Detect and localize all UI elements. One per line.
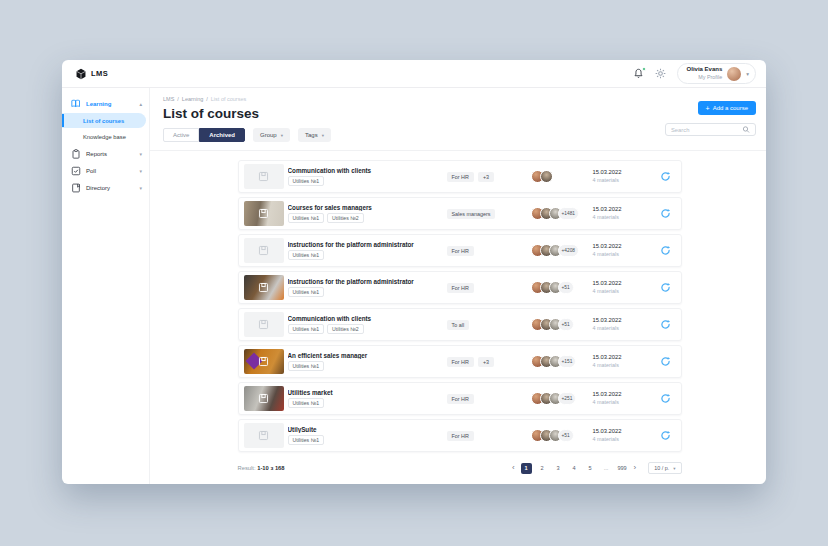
chevron-down-icon: ▾: [139, 151, 142, 157]
file-icon: [258, 171, 269, 182]
avatar-group: +51: [531, 429, 589, 442]
course-thumbnail: [244, 312, 284, 337]
refresh-icon: [660, 393, 671, 404]
course-date: 15.03.2022: [593, 428, 655, 436]
clipboard-icon: [71, 149, 81, 159]
sidebar-item-poll[interactable]: Poll ▾: [62, 162, 149, 179]
checkbox-icon: [71, 166, 81, 176]
course-row[interactable]: UtilySuite Utilities №1 For HR +51 15.03…: [238, 419, 682, 452]
chevron-down-icon: ▾: [139, 168, 142, 174]
settings-button[interactable]: [655, 68, 666, 79]
course-tag: Utilities №1: [288, 435, 325, 445]
course-date: 15.03.2022: [593, 280, 655, 288]
page-button-4[interactable]: 4: [569, 463, 580, 474]
page-button-2[interactable]: 2: [537, 463, 548, 474]
avatar-overflow-badge: +4208: [558, 244, 579, 257]
page-ellipsis: ...: [601, 463, 612, 474]
refresh-icon: [660, 171, 671, 182]
course-thumbnail: [244, 164, 284, 189]
audience-chip: For HR: [447, 172, 474, 182]
chevron-down-icon: ▾: [673, 466, 675, 471]
refresh-button[interactable]: [659, 319, 673, 330]
course-row[interactable]: Communication with clients Utilities №1 …: [238, 308, 682, 341]
course-row[interactable]: Utilities market Utilities №1 For HR +25…: [238, 382, 682, 415]
avatar: [727, 67, 741, 81]
tab-active[interactable]: Active: [163, 128, 199, 142]
course-row[interactable]: Courses for sales managers Utilities №1 …: [238, 197, 682, 230]
sidebar-item-learning[interactable]: Learning ▴: [62, 95, 149, 112]
search-input[interactable]: [671, 127, 742, 133]
notifications-button[interactable]: [633, 68, 644, 79]
course-title: An efficient sales manager: [288, 352, 443, 359]
page-button-999[interactable]: 999: [617, 463, 628, 474]
course-materials: 4 materials: [593, 177, 655, 184]
course-row[interactable]: Instructions for the platform administra…: [238, 271, 682, 304]
sidebar-item-list-of-courses[interactable]: List of courses: [62, 113, 146, 128]
refresh-icon: [660, 356, 671, 367]
add-course-button[interactable]: + Add a course: [698, 101, 756, 115]
avatar-overflow-badge: +51: [558, 318, 574, 331]
course-tag: Utilities №2: [327, 213, 364, 223]
avatar-group: +151: [531, 355, 589, 368]
course-date: 15.03.2022: [593, 354, 655, 362]
page-button-3[interactable]: 3: [553, 463, 564, 474]
course-title: Instructions for the platform administra…: [288, 241, 443, 248]
result-count: Result: 1-10 з 168: [238, 465, 285, 471]
result-value: 1-10 з 168: [257, 465, 284, 471]
tab-archived[interactable]: Archived: [199, 128, 245, 142]
breadcrumb-separator: /: [177, 96, 179, 102]
search-box: [665, 123, 756, 136]
chevron-up-icon: ▴: [139, 101, 142, 107]
refresh-button[interactable]: [659, 208, 673, 219]
group-filter-dropdown[interactable]: Group ▾: [253, 128, 290, 142]
course-row[interactable]: Instructions for the platform administra…: [238, 234, 682, 267]
avatar-overflow-badge: +1481: [558, 207, 579, 220]
avatar-group: +4208: [531, 244, 589, 257]
course-list: Communication with clients Utilities №1 …: [238, 160, 682, 452]
breadcrumb-learning[interactable]: Learning: [182, 96, 203, 102]
audience-chip: For HR: [447, 431, 474, 441]
course-thumbnail: [244, 423, 284, 448]
avatar-group: +1481: [531, 207, 589, 220]
avatar-group: [531, 170, 589, 183]
refresh-button[interactable]: [659, 393, 673, 404]
breadcrumb-lms[interactable]: LMS: [163, 96, 174, 102]
refresh-button[interactable]: [659, 356, 673, 367]
course-materials: 4 materials: [593, 362, 655, 369]
header-divider: [150, 150, 766, 151]
avatar-overflow-badge: +251: [558, 392, 577, 405]
tags-filter-label: Tags: [305, 132, 318, 138]
avatar: [540, 170, 553, 183]
audience-chip: For HR: [447, 394, 474, 404]
course-row[interactable]: Communication with clients Utilities №1 …: [238, 160, 682, 193]
sidebar-item-directory[interactable]: Directory ▾: [62, 179, 149, 196]
course-tag: Utilities №1: [288, 361, 325, 371]
next-page-button[interactable]: ›: [633, 464, 638, 472]
sidebar-item-label: Reports: [86, 151, 107, 157]
page-button-1[interactable]: 1: [521, 463, 532, 474]
refresh-icon: [660, 430, 671, 441]
app-window: LMS Olivia Evans My Profile ▾: [62, 60, 766, 484]
course-row[interactable]: An efficient sales manager Utilities №1 …: [238, 345, 682, 378]
course-thumbnail: [244, 201, 284, 226]
refresh-button[interactable]: [659, 245, 673, 256]
page-button-5[interactable]: 5: [585, 463, 596, 474]
sidebar-item-knowledge-base[interactable]: Knowledge base: [62, 129, 146, 144]
course-title: UtilySuite: [288, 426, 443, 433]
refresh-button[interactable]: [659, 430, 673, 441]
course-thumbnail: [244, 238, 284, 263]
avatar-overflow-badge: +51: [558, 429, 574, 442]
profile-menu[interactable]: Olivia Evans My Profile ▾: [677, 63, 756, 83]
audience-more-chip: +3: [478, 172, 494, 182]
tags-filter-dropdown[interactable]: Tags ▾: [298, 128, 331, 142]
refresh-button[interactable]: [659, 171, 673, 182]
prev-page-button[interactable]: ‹: [511, 464, 516, 472]
avatar-overflow-badge: +51: [558, 281, 574, 294]
page-size-select[interactable]: 10 / p. ▾: [648, 462, 681, 474]
refresh-button[interactable]: [659, 282, 673, 293]
main-content: LMS/ Learning/ List of courses List of c…: [150, 88, 766, 484]
file-icon: [258, 245, 269, 256]
sidebar-item-reports[interactable]: Reports ▾: [62, 145, 149, 162]
app-logo: LMS: [75, 68, 108, 80]
audience-chip: For HR: [447, 283, 474, 293]
